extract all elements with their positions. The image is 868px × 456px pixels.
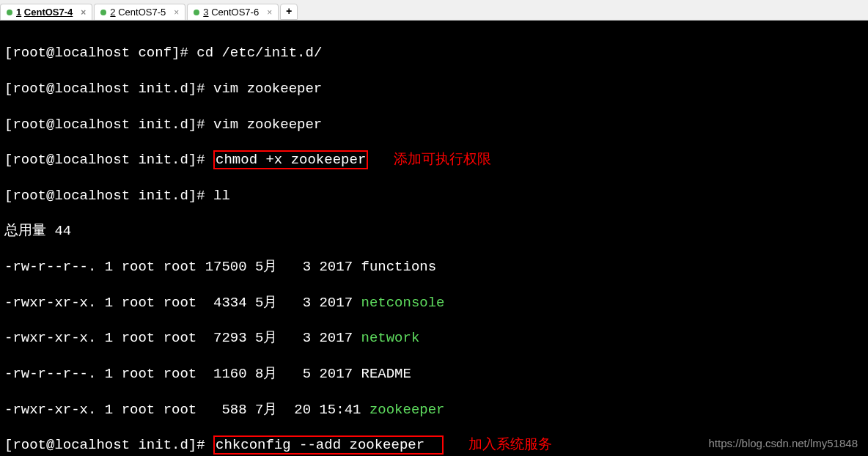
file-name: network — [361, 330, 419, 346]
tab-index: 2 — [110, 7, 115, 18]
terminal-line: [root@localhost init.d]# chmod +x zookee… — [4, 151, 864, 169]
terminal-line: [root@localhost conf]# cd /etc/init.d/ — [4, 44, 864, 62]
terminal[interactable]: [root@localhost conf]# cd /etc/init.d/ [… — [0, 21, 868, 456]
tab-label: CentOS7-4 — [24, 7, 73, 18]
prompt: [root@localhost init.d]# — [4, 117, 213, 133]
file-perms: -rw-r--r--. — [4, 366, 96, 382]
tab-1[interactable]: 1 CentOS7-4 × — [0, 4, 92, 20]
status-dot-icon — [194, 10, 199, 15]
file-name: README — [361, 366, 411, 382]
file-row: -rwxr-xr-x. 1 root root 588 7月 20 15:41 … — [4, 401, 864, 419]
command: ll — [213, 188, 230, 204]
prompt: [root@localhost init.d]# — [4, 437, 213, 453]
file-perms: -rw-r--r--. — [4, 259, 96, 275]
file-meta: 1 root root 588 7月 20 15:41 — [96, 402, 369, 418]
annotation: 加入系统服务 — [468, 437, 552, 453]
tab-index: 3 — [203, 7, 208, 18]
file-perms: -rwxr-xr-x. — [4, 402, 96, 418]
status-dot-icon — [100, 10, 106, 15]
prompt: [root@localhost init.d]# — [4, 188, 213, 204]
tab-label: CentOS7-5 — [118, 7, 166, 18]
annotation: 添加可执行权限 — [394, 152, 491, 168]
tab-index: 1 — [16, 7, 21, 18]
command: cd /etc/init.d/ — [196, 45, 322, 61]
watermark: https://blog.csdn.net/lmy51848 — [709, 436, 858, 450]
prompt: [root@localhost conf]# — [4, 45, 196, 61]
close-icon[interactable]: × — [81, 7, 86, 18]
file-perms: -rwxr-xr-x. — [4, 330, 96, 346]
file-row: -rwxr-xr-x. 1 root root 4334 5月 3 2017 n… — [4, 294, 864, 312]
tab-bar: 1 CentOS7-4 × 2 CentOS7-5 × 3 CentOS7-6 … — [0, 0, 868, 21]
file-row: -rw-r--r--. 1 root root 17500 5月 3 2017 … — [4, 258, 864, 276]
file-name: zookeeper — [369, 402, 445, 418]
close-icon[interactable]: × — [267, 7, 272, 18]
close-icon[interactable]: × — [174, 7, 179, 18]
tab-2[interactable]: 2 CentOS7-5 × — [94, 4, 185, 20]
highlighted-command: chmod +x zookeeper — [213, 150, 368, 169]
file-meta: 1 root root 4334 5月 3 2017 — [96, 295, 361, 311]
highlighted-command: chkconfig --add zookeeper — [213, 435, 444, 455]
command: chkconfig --add zookeeper — [216, 437, 424, 453]
command: chmod +x zookeeper — [216, 152, 366, 168]
terminal-line: [root@localhost init.d]# vim zookeeper — [4, 80, 864, 98]
file-perms: -rwxr-xr-x. — [4, 295, 96, 311]
file-meta: 1 root root 7293 5月 3 2017 — [96, 330, 361, 346]
output-line: 总用量 44 — [4, 222, 864, 240]
tab-label: CentOS7-6 — [211, 7, 259, 18]
prompt: [root@localhost init.d]# — [4, 152, 213, 168]
file-meta: 1 root root 1160 8月 5 2017 — [96, 366, 361, 382]
terminal-line: [root@localhost init.d]# vim zookeeper — [4, 116, 864, 133]
file-row: -rwxr-xr-x. 1 root root 7293 5月 3 2017 n… — [4, 329, 864, 347]
prompt: [root@localhost init.d]# — [4, 81, 213, 97]
command: vim zookeeper — [213, 81, 322, 97]
file-meta: 1 root root 17500 5月 3 2017 — [96, 259, 361, 275]
status-dot-icon — [7, 10, 12, 15]
command: vim zookeeper — [213, 117, 322, 133]
tab-3[interactable]: 3 CentOS7-6 × — [187, 4, 279, 20]
file-name: netconsole — [361, 295, 444, 311]
file-name: functions — [361, 259, 436, 275]
terminal-line: [root@localhost init.d]# ll — [4, 187, 864, 205]
new-tab-button[interactable]: + — [280, 4, 298, 20]
file-row: -rw-r--r--. 1 root root 1160 8月 5 2017 R… — [4, 365, 864, 383]
